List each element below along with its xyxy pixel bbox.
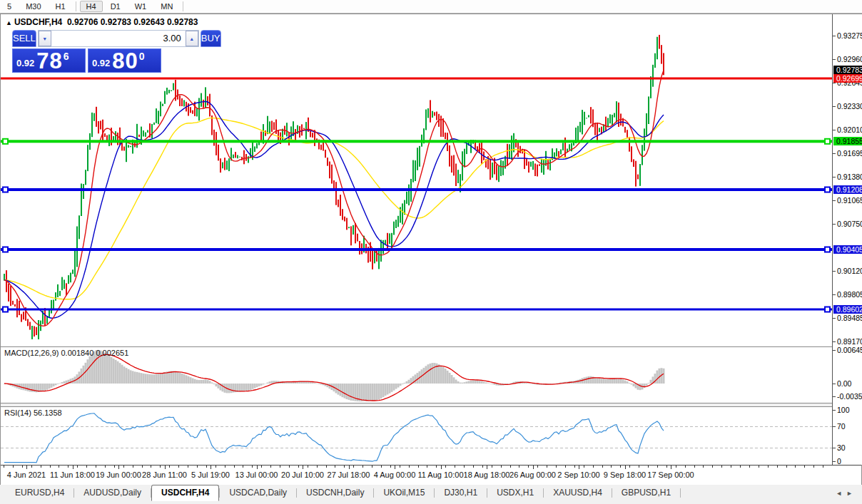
macd-bar bbox=[85, 363, 87, 384]
macd-bar bbox=[66, 381, 68, 384]
buy-price-display[interactable]: 0.92 80 0 bbox=[88, 48, 161, 73]
price-axis-tick: 0.92010 bbox=[833, 126, 862, 134]
time-axis-minor-tick bbox=[335, 466, 335, 468]
macd-bar bbox=[312, 382, 314, 384]
up-bar bbox=[143, 130, 144, 137]
time-axis-major-tick bbox=[579, 466, 579, 469]
chart-tab-audusd-daily[interactable]: AUDUSD,Daily bbox=[74, 485, 151, 500]
hline-price-marker: 0.92699 bbox=[833, 74, 862, 83]
down-bar bbox=[14, 304, 16, 307]
macd-bar bbox=[650, 380, 652, 384]
price-axis[interactable]: 0.932750.929600.926450.923300.920100.916… bbox=[832, 14, 862, 465]
chart-tabs: EURUSD,H4AUDUSD,DailyUSDCHF,H4USDCAD,Dai… bbox=[6, 485, 681, 501]
macd-bar bbox=[222, 384, 224, 391]
timeframe-button-w1[interactable]: W1 bbox=[128, 1, 153, 12]
up-bar bbox=[502, 161, 504, 175]
macd-bar bbox=[143, 374, 145, 384]
macd-bar bbox=[427, 364, 430, 384]
chart-tab-usdcnh-daily[interactable]: USDCNH,Daily bbox=[297, 485, 373, 500]
timeframe-button-mn[interactable]: MN bbox=[154, 1, 179, 12]
sell-price-display[interactable]: 0.92 78 6 bbox=[12, 48, 86, 73]
down-bar bbox=[436, 112, 437, 120]
buy-button[interactable]: BUY bbox=[201, 30, 221, 47]
down-bar bbox=[102, 120, 103, 142]
up-bar bbox=[412, 160, 414, 182]
macd-bar bbox=[395, 384, 397, 389]
timeframe-toolbar: 5M30H1H4D1W1MN bbox=[0, 0, 862, 14]
down-bar bbox=[335, 182, 337, 205]
time-axis-minor-tick bbox=[473, 466, 474, 468]
macd-bar bbox=[111, 357, 113, 384]
macd-bar bbox=[42, 384, 44, 391]
symbol-period-label: USDCHF,H4 bbox=[14, 17, 62, 27]
macd-bar bbox=[207, 380, 209, 384]
macd-bar bbox=[166, 371, 168, 384]
tick-dash bbox=[833, 448, 836, 448]
sell-button[interactable]: SELL bbox=[12, 30, 36, 47]
time-axis-label: 4 Jun 2021 bbox=[7, 470, 46, 479]
spin-up-icon: ▲ bbox=[189, 36, 194, 41]
macd-bar bbox=[61, 382, 64, 384]
macd-bar bbox=[318, 384, 320, 384]
chart-tab-eurusd-h4[interactable]: EURUSD,H4 bbox=[6, 485, 73, 500]
time-axis[interactable]: 4 Jun 202111 Jun 18:0019 Jun 00:0028 Jun… bbox=[1, 465, 861, 485]
tick-dash bbox=[833, 153, 836, 154]
macd-bar bbox=[406, 381, 408, 384]
macd-bar bbox=[588, 376, 590, 384]
rsi-indicator-canvas[interactable] bbox=[1, 407, 832, 465]
macd-bar bbox=[361, 384, 363, 401]
down-bar bbox=[8, 284, 9, 302]
tab-scroll-right-icon[interactable]: ► bbox=[846, 490, 857, 497]
macd-bar bbox=[376, 384, 378, 401]
time-axis-minor-tick bbox=[225, 466, 225, 468]
volume-input[interactable] bbox=[51, 31, 186, 46]
line-handle bbox=[3, 247, 8, 252]
macd-bar bbox=[663, 369, 665, 384]
time-axis-minor-tick bbox=[252, 466, 253, 468]
up-bar bbox=[51, 300, 52, 314]
chart-tab-xauusd-h4[interactable]: XAUUSD,H4 bbox=[544, 485, 612, 500]
up-bar bbox=[498, 166, 500, 182]
chart-tab-usdchf-h4[interactable]: USDCHF,H4 bbox=[151, 485, 219, 501]
macd-bar bbox=[250, 384, 252, 390]
time-axis-minor-tick bbox=[178, 466, 179, 468]
macd-bar bbox=[320, 384, 323, 384]
time-axis-minor-tick bbox=[519, 466, 519, 468]
ohlc-values: 0.92706 0.92783 0.92643 0.92783 bbox=[67, 17, 198, 27]
chart-tab-dj30-h1[interactable]: DJ30,H1 bbox=[435, 485, 487, 500]
hline-price-marker: 0.90405 bbox=[833, 245, 862, 254]
down-bar bbox=[633, 159, 634, 167]
volume-decrease-button[interactable]: ▼ bbox=[39, 31, 51, 46]
macd-bar bbox=[346, 384, 348, 399]
macd-bar bbox=[391, 384, 393, 392]
macd-bar bbox=[263, 384, 265, 384]
macd-bar bbox=[119, 363, 121, 384]
chart-tab-usdx-h1[interactable]: USDX,H1 bbox=[487, 485, 543, 500]
volume-increase-button[interactable]: ▲ bbox=[186, 31, 198, 46]
macd-bar bbox=[181, 374, 183, 384]
up-bar bbox=[91, 113, 93, 137]
chart-tab-usdcad-daily[interactable]: USDCAD,Daily bbox=[220, 485, 296, 500]
down-bar bbox=[430, 100, 431, 122]
time-axis-minor-tick bbox=[197, 466, 198, 468]
hline-price-marker: 0.89602 bbox=[833, 305, 862, 314]
macd-axis-tick: -0.003507 bbox=[833, 393, 862, 401]
macd-bar bbox=[29, 384, 31, 392]
macd-bar bbox=[171, 371, 173, 384]
up-bar bbox=[68, 275, 69, 284]
timeframe-button-h4[interactable]: H4 bbox=[80, 1, 103, 12]
time-axis-major-tick bbox=[441, 466, 442, 469]
up-bar bbox=[147, 130, 148, 133]
up-bar bbox=[639, 164, 641, 186]
timeframe-button-m30[interactable]: M30 bbox=[19, 1, 47, 12]
time-axis-minor-tick bbox=[731, 466, 731, 468]
time-axis-minor-tick bbox=[270, 466, 271, 468]
chart-tab-gbpusd-h1[interactable]: GBPUSD,H1 bbox=[612, 485, 680, 500]
sell-price-big: 78 bbox=[36, 51, 62, 71]
timeframe-button-5[interactable]: 5 bbox=[1, 1, 18, 12]
tab-scroll-left-icon[interactable]: ◄ bbox=[836, 490, 846, 497]
timeframe-button-d1[interactable]: D1 bbox=[104, 1, 127, 12]
chart-tab-ukoil-m15[interactable]: UKOil,M15 bbox=[374, 485, 434, 500]
timeframe-button-h1[interactable]: H1 bbox=[49, 1, 72, 12]
macd-bar bbox=[348, 384, 350, 400]
